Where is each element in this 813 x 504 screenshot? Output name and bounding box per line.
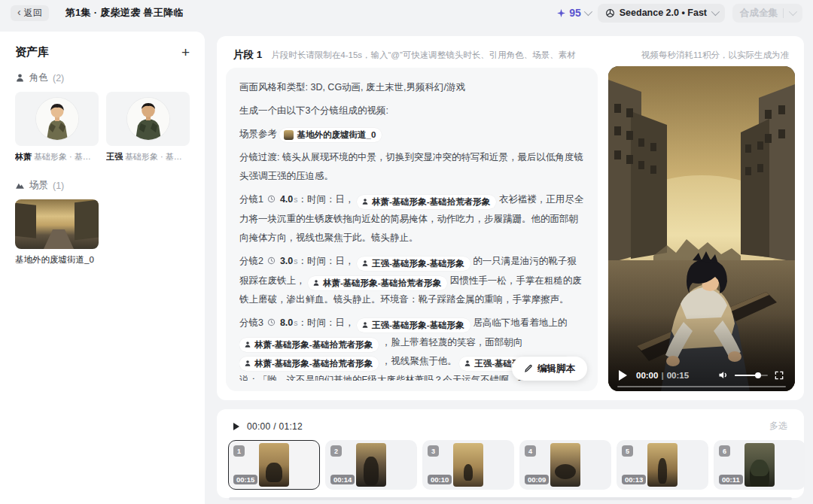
scenes-count: (1) [53,181,64,191]
video-progress-bar[interactable] [617,386,786,388]
time-separator: | [661,371,663,380]
clip-number-badge: 1 [233,445,245,457]
person-icon [244,341,251,348]
character-name: 王强 [106,152,123,161]
scenes-section-header: 场景 (1) [15,179,190,192]
mountain-icon [15,181,25,190]
clip-duration-badge: 00:09 [525,475,549,484]
clip-duration-badge: 00:15 [233,475,257,484]
person-icon [15,73,25,83]
timeline-clip[interactable]: 1 00:15 [228,440,320,490]
script-paragraph: 场景参考 基地外的废墟街道_0 [239,125,584,144]
pencil-icon [524,364,533,373]
video-preview[interactable]: 00:00|00:15 [608,66,795,391]
person-icon [312,279,320,287]
character-card[interactable]: 林萧 基础形象 · 基础拾荒… [15,92,99,162]
edit-script-button[interactable]: 编辑脚本 [512,357,587,381]
timeline-play-icon[interactable] [233,423,239,430]
chevron-down-icon [711,8,720,16]
clip-number-badge: 2 [330,445,342,457]
character-reference-chip[interactable]: 林萧-基础形象-基础拾荒者形象 [239,357,379,371]
clip-panel: 片段 1 片段时长请限制在4-15s，输入“@”可快速调整镜头时长、引用角色、场… [217,36,804,400]
character-reference-chip[interactable]: 王强-基础形象-基础形象 [357,257,470,271]
script-paragraph: 生成一个由以下3个分镜组成的视频: [239,102,584,120]
clip-thumbnail [259,443,289,487]
video-controls: 00:00|00:15 [608,369,795,381]
page-title: 第1集 · 废柴逆袭 兽王降临 [65,6,184,20]
back-chevron-icon: ‹ [17,7,21,17]
characters-section-label: 角色 [29,71,48,84]
characters-section-header: 角色 (2) [15,71,190,84]
script-paragraph: 分镜1 4.0s：时间：日， 林萧-基础形象-基础拾荒者形象 衣衫褴褛，正用尽全… [239,190,584,247]
timeline-clip[interactable]: 4 00:09 [519,440,611,490]
clip-thumbnail [453,443,483,487]
script-content: 画面风格和类型: 3D, CG动画, 废土末世,男频科幻/游戏生成一个由以下3个… [239,78,584,381]
clip-thumbnail [550,443,580,487]
video-frame-image [608,66,795,391]
asset-library-panel: 资产库 + 角色 (2) 林萧 [0,32,205,504]
character-avatar [127,98,169,140]
scenes-section-label: 场景 [29,179,48,192]
edit-script-label: 编辑脚本 [537,363,575,375]
volume-icon[interactable] [717,369,729,381]
person-icon [361,198,369,205]
character-name: 林萧 [15,152,32,161]
timeline-panel: 00:00 / 01:12 多选 1 00:15 2 00:14 3 00:10… [217,409,804,498]
character-desc: 基础形象 · 基础拾荒… [34,152,99,161]
characters-count: (2) [53,73,64,83]
volume-knob[interactable] [755,372,761,378]
character-label: 王强 基础形象 · 基础形象 [106,151,190,162]
person-icon [361,321,369,329]
play-icon[interactable] [619,370,627,381]
credits-count: 95 [569,7,581,19]
clip-duration-badge: 00:13 [622,475,646,484]
scene-card[interactable]: 基地外的废墟街道_0 [15,199,99,266]
script-paragraph: 分镜2 3.0s：时间：日， 王强-基础形象-基础形象 的一只满是油污的靴子狠狠… [239,252,584,309]
character-reference-chip[interactable]: 王强-基础形象-基础形象 [357,318,470,332]
video-current-time: 00:00 [636,371,658,380]
character-reference-chip[interactable]: 林萧-基础形象-基础拾荒者形象 [239,338,379,352]
clip-title: 片段 1 [233,48,262,62]
timeline-scrollbar[interactable] [229,497,792,500]
model-label: Seedance 2.0 • Fast [620,8,707,18]
character-reference-chip[interactable]: 林萧-基础形象-基础拾荒者形象 [357,195,496,209]
top-bar: ‹ 返回 第1集 · 废柴逆袭 兽王降临 95 Seedance 2.0 • F… [0,0,813,26]
add-asset-button[interactable]: + [181,45,190,59]
timeline-clip[interactable]: 3 00:10 [422,440,514,490]
compose-label: 合成全集 [740,7,778,20]
clip-thumbnail [647,443,678,487]
clock-icon [267,191,276,210]
asset-library-title: 资产库 [15,45,49,59]
scene-reference-chip[interactable]: 基地外的废墟街道_0 [279,128,382,142]
clip-duration-badge: 00:10 [428,475,452,484]
timeline-clips: 1 00:15 2 00:14 3 00:10 4 00:09 5 00:13 … [227,440,793,490]
timeline-clip[interactable]: 6 00:11 [714,440,805,490]
character-list: 林萧 基础形象 · 基础拾荒… 王强 基 [15,92,190,162]
character-desc: 基础形象 · 基础形象 [125,152,190,161]
character-label: 林萧 基础形象 · 基础拾荒… [15,151,99,162]
model-icon [605,8,615,18]
clip-hint: 片段时长请限制在4-15s，输入“@”可快速调整镜头时长、引用角色、场景、素材 [271,50,576,61]
script-editor[interactable]: 画面风格和类型: 3D, CG动画, 废土末世,男频科幻/游戏生成一个由以下3个… [226,68,598,391]
clip-duration-badge: 00:14 [330,475,355,484]
script-paragraph: 分镜过渡: 镜头从展现环境的中景，切换到突显冲突的特写和近景，最后以低角度镜头强… [239,148,584,186]
chevron-down-icon [584,8,592,16]
clip-duration-badge: 00:11 [719,475,743,484]
timeline-clip[interactable]: 5 00:13 [617,440,708,490]
clock-icon [267,253,276,272]
timeline-clip[interactable]: 2 00:14 [325,440,417,490]
back-button[interactable]: ‹ 返回 [11,5,49,21]
volume-slider[interactable] [735,372,768,379]
clip-number-badge: 4 [525,445,536,457]
model-selector[interactable]: Seedance 2.0 • Fast [598,4,725,23]
clip-number-badge: 6 [719,445,730,457]
character-reference-chip[interactable]: 林萧-基础形象-基础拾荒者形象 [308,276,447,290]
character-card[interactable]: 王强 基础形象 · 基础形象 [106,92,190,162]
credits-control[interactable]: 95 [556,7,590,19]
multiselect-button[interactable]: 多选 [769,420,787,433]
timeline-time: 00:00 / 01:12 [247,421,303,432]
fullscreen-icon[interactable] [774,370,784,381]
person-icon [244,360,251,367]
script-paragraph: 画面风格和类型: 3D, CG动画, 废土末世,男频科幻/游戏 [239,78,584,97]
compose-all-button[interactable]: 合成全集 [732,4,802,23]
